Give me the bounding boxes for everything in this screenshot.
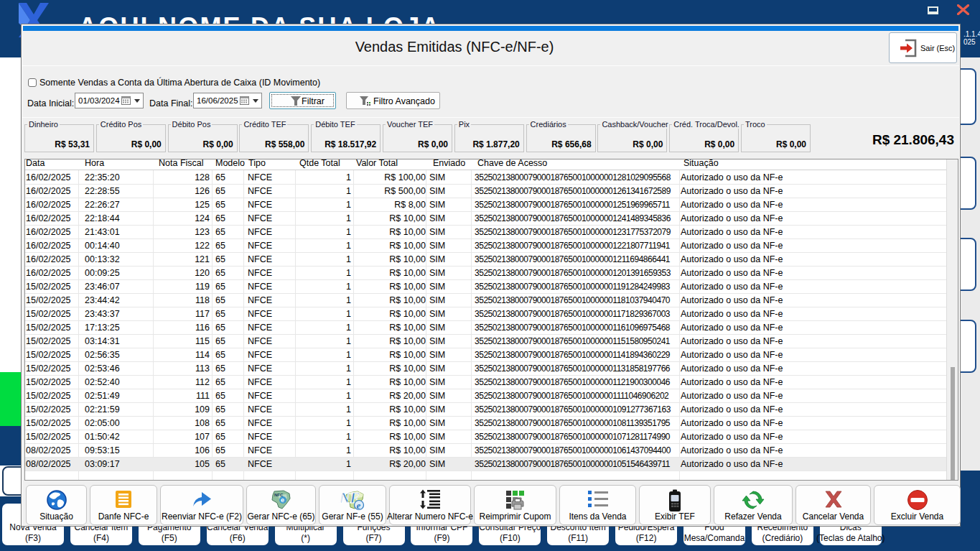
svg-text:e: e	[357, 500, 361, 511]
svg-text:e: e	[281, 496, 284, 504]
